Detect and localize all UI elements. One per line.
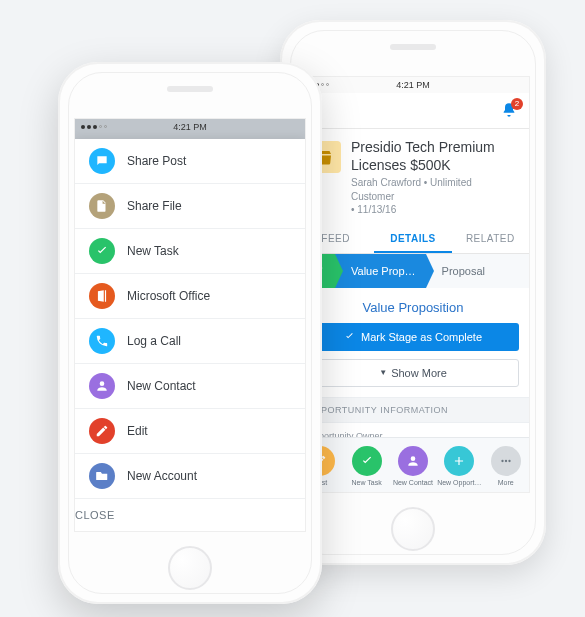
status-time: 4:21 PM: [396, 80, 430, 90]
svg-point-2: [508, 460, 510, 462]
action-new-task[interactable]: New Task: [75, 229, 305, 274]
svg-point-0: [501, 460, 503, 462]
action-label: Microsoft Office: [127, 289, 210, 303]
file-icon: [89, 193, 115, 219]
dock-item-1[interactable]: New Task: [344, 446, 390, 486]
status-bar: 4:21 PM: [297, 77, 529, 93]
action-label: Log a Call: [127, 334, 181, 348]
action-new-contact[interactable]: New Contact: [75, 364, 305, 409]
home-button[interactable]: [168, 546, 212, 590]
notifications-icon[interactable]: 2: [501, 102, 519, 120]
action-share-post[interactable]: Share Post: [75, 139, 305, 184]
screen-opportunity: 4:21 PM ← 2 Presidio Tech Premium Licens…: [296, 76, 530, 493]
status-time: 4:21 PM: [173, 122, 207, 132]
nav-bar: ← 2: [297, 93, 529, 129]
stage-path: Value Prop… Proposal: [297, 254, 529, 288]
path-step-next[interactable]: Proposal: [426, 254, 495, 288]
check-icon: [89, 238, 115, 264]
section-header: OPPORTUNITY INFORMATION: [297, 397, 529, 423]
phone-mockup-account: 4:21 PM ← 2 Acme Corporation Mark Jackal…: [58, 62, 322, 604]
tab-related[interactable]: RELATED: [452, 225, 529, 253]
action-dock: PostNew TaskNew ContactNew Opport…More: [297, 437, 529, 492]
action-label: Share File: [127, 199, 182, 213]
action-sheet: Share PostShare FileNew TaskMicrosoft Of…: [75, 139, 305, 531]
action-log-a-call[interactable]: Log a Call: [75, 319, 305, 364]
pencil-icon: [89, 418, 115, 444]
notification-badge: 2: [511, 98, 523, 110]
action-label: Share Post: [127, 154, 186, 168]
dock-item-3[interactable]: New Opport…: [436, 446, 482, 486]
folder-icon: [89, 463, 115, 489]
close-button[interactable]: CLOSE: [75, 499, 305, 531]
action-edit[interactable]: Edit: [75, 409, 305, 454]
svg-point-1: [505, 460, 507, 462]
screen-account: 4:21 PM ← 2 Acme Corporation Mark Jackal…: [74, 118, 306, 532]
tablist: FEED DETAILS RELATED: [297, 225, 529, 254]
action-label: New Contact: [127, 379, 196, 393]
action-new-account[interactable]: New Account: [75, 454, 305, 499]
opportunity-header: Presidio Tech Premium Licenses $500K Sar…: [297, 129, 529, 225]
dock-label: New Opport…: [437, 479, 481, 486]
dock-label: New Contact: [393, 479, 433, 486]
mark-stage-complete-button[interactable]: Mark Stage as Complete: [307, 323, 519, 351]
path-step-current[interactable]: Value Prop…: [335, 254, 426, 288]
tab-details[interactable]: DETAILS: [374, 225, 451, 253]
chat-icon: [89, 148, 115, 174]
status-bar: 4:21 PM: [75, 119, 305, 135]
user-icon: [89, 373, 115, 399]
home-button[interactable]: [391, 507, 435, 551]
action-label: Edit: [127, 424, 148, 438]
show-more-button[interactable]: ▼Show More: [307, 359, 519, 387]
opportunity-subtitle: Sarah Crawford • Unlimited Customer • 11…: [351, 176, 517, 217]
user-icon: [398, 446, 428, 476]
action-label: New Task: [127, 244, 179, 258]
opportunity-title: Presidio Tech Premium Licenses $500K: [351, 139, 517, 174]
action-label: New Account: [127, 469, 197, 483]
check-icon: [352, 446, 382, 476]
action-microsoft-office[interactable]: Microsoft Office: [75, 274, 305, 319]
dots-icon: [491, 446, 521, 476]
dock-item-2[interactable]: New Contact: [390, 446, 436, 486]
stage-name: Value Proposition: [297, 288, 529, 323]
phone-icon: [89, 328, 115, 354]
dock-label: New Task: [351, 479, 381, 486]
dock-label: More: [498, 479, 514, 486]
plus-icon: [444, 446, 474, 476]
dock-item-4[interactable]: More: [483, 446, 529, 486]
office-icon: [89, 283, 115, 309]
action-share-file[interactable]: Share File: [75, 184, 305, 229]
